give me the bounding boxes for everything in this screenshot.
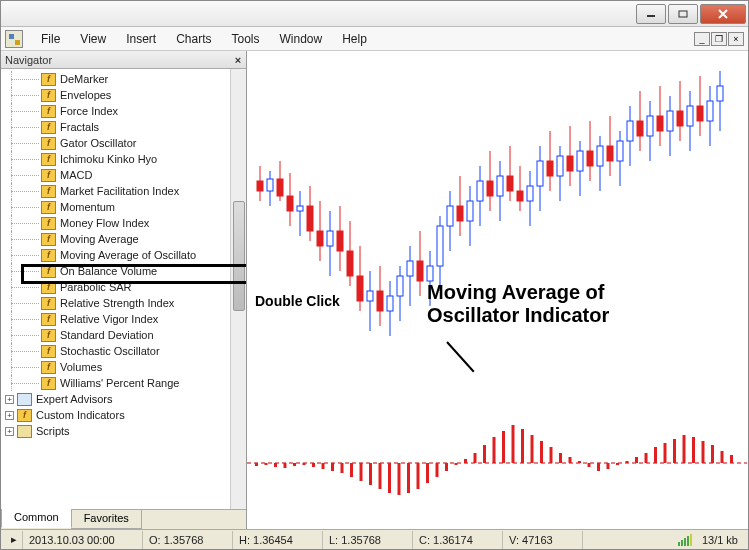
tree-item-label: Moving Average (60, 233, 139, 245)
menu-file[interactable]: File (31, 29, 70, 49)
svg-rect-127 (540, 441, 543, 463)
status-volume: V: 47163 (503, 531, 583, 549)
indicator-moving-average-of-oscillato[interactable]: Moving Average of Oscillato (1, 247, 230, 263)
mdi-close-button[interactable]: × (728, 32, 744, 46)
indicator-money-flow-index[interactable]: Money Flow Index (1, 215, 230, 231)
tree-item-label: Standard Deviation (60, 329, 154, 341)
tree-item-label: Force Index (60, 105, 118, 117)
svg-rect-115 (426, 463, 429, 483)
status-prev-icon[interactable]: ▸ (5, 531, 23, 549)
menu-insert[interactable]: Insert (116, 29, 166, 49)
indicator-icon (41, 297, 56, 310)
indicator-momentum[interactable]: Momentum (1, 199, 230, 215)
price-chart[interactable] (247, 51, 747, 411)
tree-item-label: Williams' Percent Range (60, 377, 179, 389)
indicator-market-facilitation-index[interactable]: Market Facilitation Index (1, 183, 230, 199)
indicator-gator-oscillator[interactable]: Gator Oscillator (1, 135, 230, 151)
svg-rect-140 (664, 443, 667, 463)
maximize-button[interactable] (668, 4, 698, 24)
svg-rect-142 (683, 435, 686, 463)
window-titlebar (1, 1, 748, 27)
indicator-relative-strength-index[interactable]: Relative Strength Index (1, 295, 230, 311)
menu-help[interactable]: Help (332, 29, 377, 49)
navigator-scrollbar[interactable] (230, 69, 246, 509)
indicator-relative-vigor-index[interactable]: Relative Vigor Index (1, 311, 230, 327)
navigator-title: Navigator (5, 54, 52, 66)
tree-item-label: DeMarker (60, 73, 108, 85)
svg-rect-41 (447, 206, 453, 226)
expand-icon[interactable]: + (5, 395, 14, 404)
svg-rect-29 (387, 296, 393, 311)
svg-rect-125 (521, 429, 524, 463)
navigator-tabs: Common Favorites (1, 509, 246, 529)
svg-rect-15 (317, 231, 323, 246)
indicator-fractals[interactable]: Fractals (1, 119, 230, 135)
svg-rect-71 (597, 146, 603, 166)
navigator-close-icon[interactable]: × (230, 54, 246, 66)
tree-item-label: Fractals (60, 121, 99, 133)
svg-rect-19 (337, 231, 343, 251)
tree-item-label: Relative Vigor Index (60, 313, 158, 325)
indicator-standard-deviation[interactable]: Standard Deviation (1, 327, 230, 343)
menu-view[interactable]: View (70, 29, 116, 49)
svg-rect-146 (721, 451, 724, 463)
indicator-moving-average[interactable]: Moving Average (1, 231, 230, 247)
svg-rect-47 (477, 181, 483, 201)
status-high: H: 1.36454 (233, 531, 323, 549)
tree-item-label: Envelopes (60, 89, 111, 101)
mdi-minimize-button[interactable]: _ (694, 32, 710, 46)
menu-tools[interactable]: Tools (222, 29, 270, 49)
group-scripts[interactable]: +Scripts (1, 423, 230, 439)
svg-rect-27 (377, 291, 383, 311)
svg-rect-110 (379, 463, 382, 489)
indicator-envelopes[interactable]: Envelopes (1, 87, 230, 103)
menu-charts[interactable]: Charts (166, 29, 221, 49)
svg-rect-89 (687, 106, 693, 126)
expand-icon[interactable]: + (5, 411, 14, 420)
status-low: L: 1.35768 (323, 531, 413, 549)
tree-item-label: Relative Strength Index (60, 297, 174, 309)
svg-rect-117 (445, 463, 448, 471)
indicator-demarker[interactable]: DeMarker (1, 71, 230, 87)
indicator-williams-percent-range[interactable]: Williams' Percent Range (1, 375, 230, 391)
svg-rect-3 (257, 181, 263, 191)
svg-rect-129 (559, 453, 562, 463)
indicator-icon (41, 105, 56, 118)
oscillator-chart[interactable] (247, 413, 747, 513)
expand-icon[interactable]: + (5, 427, 14, 436)
svg-rect-113 (407, 463, 410, 493)
svg-rect-99 (274, 463, 277, 467)
indicator-macd[interactable]: MACD (1, 167, 230, 183)
close-button[interactable] (700, 4, 746, 24)
navigator-header: Navigator × (1, 51, 246, 69)
svg-rect-33 (407, 261, 413, 276)
svg-rect-69 (587, 151, 593, 166)
indicator-icon (41, 89, 56, 102)
chart-area[interactable]: Double Click Moving Average of Oscillato… (247, 51, 748, 529)
svg-rect-108 (360, 463, 363, 481)
indicator-volumes[interactable]: Volumes (1, 359, 230, 375)
indicator-force-index[interactable]: Force Index (1, 103, 230, 119)
minimize-button[interactable] (636, 4, 666, 24)
navigator-tree[interactable]: DeMarkerEnvelopesForce IndexFractalsGato… (1, 69, 230, 509)
indicator-parabolic-sar[interactable]: Parabolic SAR (1, 279, 230, 295)
svg-rect-102 (303, 463, 306, 465)
mdi-restore-button[interactable]: ❐ (711, 32, 727, 46)
svg-rect-135 (616, 463, 619, 465)
svg-rect-128 (550, 447, 553, 463)
double-click-annotation: Double Click (255, 293, 340, 309)
group-expert-advisors[interactable]: +Expert Advisors (1, 391, 230, 407)
scrollbar-thumb[interactable] (233, 201, 245, 311)
folder-icon (17, 425, 32, 438)
menu-window[interactable]: Window (270, 29, 333, 49)
indicator-stochastic-oscillator[interactable]: Stochastic Oscillator (1, 343, 230, 359)
indicator-on-balance-volume[interactable]: On Balance Volume (1, 263, 230, 279)
tab-common[interactable]: Common (1, 509, 72, 528)
group-custom-indicators[interactable]: +Custom Indicators (1, 407, 230, 423)
svg-rect-91 (697, 106, 703, 121)
indicator-ichimoku-kinko-hyo[interactable]: Ichimoku Kinko Hyo (1, 151, 230, 167)
tree-item-label: Parabolic SAR (60, 281, 132, 293)
tab-favorites[interactable]: Favorites (71, 510, 142, 529)
svg-rect-51 (497, 176, 503, 196)
svg-rect-121 (483, 445, 486, 463)
